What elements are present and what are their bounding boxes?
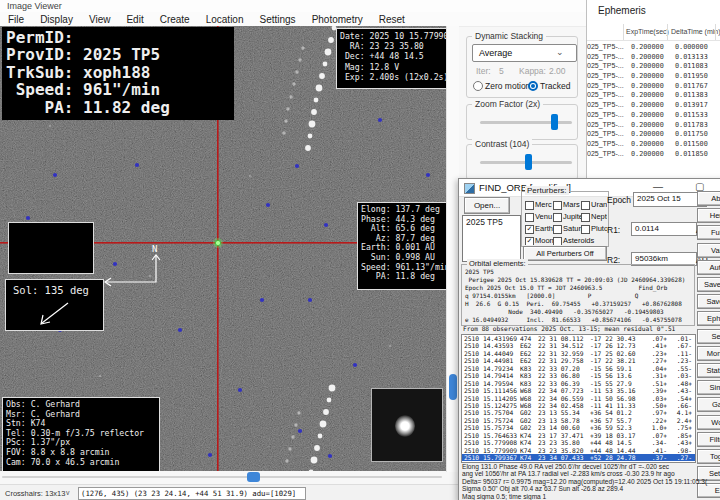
vertical-scrollbar-thumb[interactable] xyxy=(449,374,457,400)
object-id-overlay: PermID:ProvID: 2025 TP5TrkSub: xoph188 S… xyxy=(2,27,234,120)
residual-cell: K83 xyxy=(520,365,538,372)
ephemeris-row[interactable]: 025_TP5-...0.2000000.011500 xyxy=(581,140,720,150)
residual-row[interactable]: 2510 15.779909K7423 23 35.820+44 48 14.4… xyxy=(462,447,695,454)
object-listbox[interactable]: 2025 TP5 xyxy=(462,215,521,262)
residual-cell: 2510 15.75704 xyxy=(464,409,520,416)
residual-row[interactable]: 2510 15.75704G0223 13 55.34+36 54 01.2.9… xyxy=(462,409,695,416)
side-button-save-ele[interactable]: Save ele xyxy=(697,294,720,309)
side-button-save-resi[interactable]: Save Resi xyxy=(697,277,720,292)
perturber-checkbox-neptu[interactable] xyxy=(581,213,590,222)
menu-display[interactable]: Display xyxy=(32,14,81,25)
side-button-about[interactable]: About xyxy=(697,191,720,206)
tracked-radio[interactable] xyxy=(528,81,538,91)
menu-view[interactable]: View xyxy=(81,14,119,25)
side-button-settin[interactable]: Settin xyxy=(697,329,720,344)
perturber-checkbox-mars[interactable] xyxy=(553,201,562,210)
column-header-deltatime[interactable]: DeltaTime (min) xyxy=(671,28,720,35)
window-titlebar[interactable]: Image Viewer xyxy=(0,0,586,12)
menu-settings[interactable]: Settings xyxy=(251,14,303,25)
ephemeris-row[interactable]: 025_TP5-...0.2000000.011767 xyxy=(581,82,720,92)
residuals-list[interactable]: 2510 14.43196947422 31 08.112-17 22 30.4… xyxy=(461,334,696,463)
perturber-checkbox-asteroids[interactable] xyxy=(553,237,562,245)
menu-ephemeris[interactable]: Ephemeris xyxy=(598,5,646,16)
menu-create[interactable]: Create xyxy=(152,14,198,25)
ephemeris-row[interactable]: 025_TP5-...0.2000000.011083 xyxy=(581,62,720,72)
residual-row[interactable]: 2510 15.124275W6822 34 02.458-11 41 11.3… xyxy=(462,402,695,409)
residual-row[interactable]: 2510 14.79414K8322 33 06.80-15 56 13.6.3… xyxy=(462,372,695,379)
residual-row[interactable]: 2510 15.75724G0223 13 58.78+36 57 55.7.2… xyxy=(462,417,695,424)
perturber-checkbox-moon[interactable]: ✓ xyxy=(525,237,534,245)
residual-row[interactable]: 2510 15.114205W6822 34 06.559-11 50 56.9… xyxy=(462,395,695,402)
side-button-simple[interactable]: Simple xyxy=(697,380,720,395)
perturber-checkbox-jupite[interactable] xyxy=(553,213,562,222)
menu-file[interactable]: File xyxy=(0,14,32,25)
residual-row[interactable]: 2510 15.779908K7423 23 35.80+44 48 14.5.… xyxy=(462,439,695,446)
side-button-filter-o[interactable]: Filter o xyxy=(697,432,720,447)
ephemeris-row[interactable]: 025_TP5-...0.2000000.011783 xyxy=(581,121,720,131)
residual-row[interactable]: 2510 14.43593E6222 31 34.512-17 26 12.73… xyxy=(462,342,695,349)
menu-photometry[interactable]: Photometry xyxy=(304,14,371,25)
image-canvas[interactable]: PermID:ProvID: 2025 TP5TrkSub: xoph188 S… xyxy=(0,26,446,472)
side-button-toggle[interactable]: Toggle xyxy=(697,449,720,464)
residual-row[interactable]: 2510 15.764633K7423 17 37.471+39 18 03.1… xyxy=(462,432,695,439)
minimize-icon[interactable]: — xyxy=(653,181,663,192)
residual-cell: .01- xyxy=(667,335,692,342)
ephemeris-row[interactable]: 025_TP5-...0.2000000.011950 xyxy=(581,72,720,82)
residual-row[interactable]: 2510 14.79594K8322 33 06.39-15 55 27.9.5… xyxy=(462,380,695,387)
perturber-checkbox-uranu[interactable] xyxy=(581,201,590,210)
ephemeris-row[interactable]: 025_TP5-...0.2000000.013133 xyxy=(581,53,720,63)
residual-row[interactable]: 2510 15.75734G0223 14 00.60+36 59 52.31.… xyxy=(462,424,695,431)
residual-row[interactable]: 2510 14.43196947422 31 08.112-17 22 30.4… xyxy=(462,335,695,342)
perturber-checkbox-earth[interactable]: ✓ xyxy=(525,225,534,234)
menu-location[interactable]: Location xyxy=(198,14,252,25)
side-button-epheme[interactable]: Epheme xyxy=(697,311,720,326)
epoch-field[interactable]: 2025 Oct 15 xyxy=(633,192,707,207)
residual-cell: .11- xyxy=(667,350,692,357)
open-button[interactable]: Open... xyxy=(464,197,510,214)
residual-row[interactable]: 2510 14.44049E6222 31 32.959-17 25 02.60… xyxy=(462,350,695,357)
zoom-slider-track[interactable] xyxy=(480,121,572,124)
side-button-auto-s[interactable]: Auto-S xyxy=(697,260,720,275)
residual-row[interactable]: 2510 15.799367K7423 34 07.433+52 28 24.7… xyxy=(462,454,695,461)
ephemeris-row[interactable]: 025_TP5-...0.2000000.011850 xyxy=(581,150,720,160)
horizontal-scrollbar-thumb[interactable] xyxy=(247,472,260,482)
pixel-readout-field[interactable] xyxy=(78,487,306,500)
all-perturbers-off-button[interactable]: All Perturbers Off xyxy=(523,246,607,261)
column-header-exptime[interactable]: ExpTime(sec) xyxy=(626,28,669,35)
ephemeris-row[interactable]: 025_TP5-...0.2000000.011533 xyxy=(581,111,720,121)
ephemeris-row[interactable]: 025_TP5-...0.2000000.000000 xyxy=(581,43,720,53)
contrast-slider-thumb[interactable] xyxy=(525,154,532,170)
header-divider xyxy=(581,40,720,41)
ephemeris-row[interactable]: 025_TP5-...0.2000000.011750 xyxy=(581,130,720,140)
side-button-monte-c[interactable]: Monte C xyxy=(697,346,720,361)
perturber-checkbox-pluto[interactable] xyxy=(581,225,590,234)
residual-cell: 2510 14.44981 xyxy=(464,357,520,364)
object-list-item[interactable]: 2025 TP5 xyxy=(463,216,520,228)
ephemeris-row[interactable]: 025_TP5-...0.2000000.011383 xyxy=(581,91,720,101)
perturber-checkbox-venu[interactable] xyxy=(525,213,534,222)
deltatime-value: 0.011950 xyxy=(675,72,708,80)
side-button-stat-ran[interactable]: Stat Ran xyxy=(697,363,720,378)
zero-motion-radio[interactable] xyxy=(473,81,483,91)
side-button-vaisal[interactable]: Vaisal xyxy=(697,243,720,258)
side-button-full-st[interactable]: Full st xyxy=(697,225,720,240)
residual-row[interactable]: 2510 14.44981E6222 31 29.758-17 22 38.21… xyxy=(462,357,695,364)
menu-edit[interactable]: Edit xyxy=(118,14,151,25)
residual-cell: -11 50 56.98 xyxy=(590,395,642,402)
side-button-gaus[interactable]: Gaus xyxy=(697,397,720,412)
side-button-worst[interactable]: Worst xyxy=(697,415,720,430)
horizontal-scrollbar[interactable] xyxy=(0,471,446,483)
r1-field[interactable]: 0.0114 xyxy=(631,222,697,236)
residual-cell: .37- xyxy=(642,454,667,461)
ephemeris-row[interactable]: 025_TP5-...0.2000000.013917 xyxy=(581,101,720,111)
perturber-label-earth: Earth xyxy=(535,224,553,233)
menu-reset[interactable]: Reset xyxy=(371,14,413,25)
crosshairs-select[interactable]: Crosshairs: 13x13 xyxy=(5,489,65,498)
residual-row[interactable]: 2510 15.111456W6822 34 07.723-11 53 35.1… xyxy=(462,387,695,394)
zoom-slider-thumb[interactable] xyxy=(551,114,558,130)
side-button-herget[interactable]: Herget xyxy=(697,208,720,223)
residual-cell: 22 33 06.80 xyxy=(538,372,590,379)
residual-row[interactable]: 2510 14.79234K8322 33 07.20-15 56 59.1.0… xyxy=(462,365,695,372)
perturber-checkbox-merc[interactable] xyxy=(525,201,534,210)
perturber-checkbox-satur[interactable] xyxy=(553,225,562,234)
